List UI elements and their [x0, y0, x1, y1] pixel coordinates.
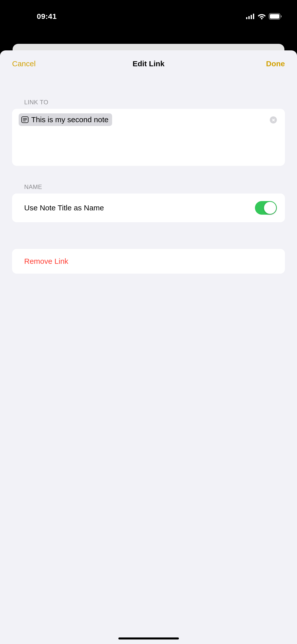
name-section-label: Name — [0, 183, 297, 194]
remove-link-label: Remove Link — [24, 257, 273, 266]
svg-rect-2 — [251, 15, 252, 19]
cancel-button[interactable]: Cancel — [12, 59, 36, 68]
status-indicators — [246, 13, 282, 20]
sheet-header: Cancel Edit Link Done — [0, 50, 297, 76]
cellular-icon — [246, 14, 255, 19]
sheet-title: Edit Link — [133, 59, 164, 68]
use-note-title-row: Use Note Title as Name — [12, 194, 285, 222]
linked-note-token[interactable]: This is my second note — [19, 113, 112, 126]
svg-rect-1 — [248, 16, 250, 19]
edit-link-sheet: Cancel Edit Link Done Link To This is my… — [0, 50, 297, 644]
svg-rect-7 — [281, 15, 282, 17]
note-icon — [21, 116, 29, 123]
status-time: 09:41 — [15, 12, 57, 21]
wifi-icon — [258, 13, 266, 19]
use-note-title-label: Use Note Title as Name — [24, 204, 104, 212]
linkto-field[interactable]: This is my second note — [12, 109, 285, 166]
svg-rect-6 — [270, 14, 279, 19]
linked-note-title: This is my second note — [31, 115, 109, 124]
linkto-section-label: Link To — [0, 99, 297, 109]
remove-link-button[interactable]: Remove Link — [12, 249, 285, 274]
svg-point-4 — [261, 18, 262, 19]
svg-rect-3 — [253, 14, 254, 19]
status-bar: 09:41 — [0, 0, 297, 43]
use-note-title-toggle[interactable] — [255, 201, 277, 215]
home-indicator[interactable] — [118, 637, 179, 639]
svg-rect-0 — [246, 17, 247, 19]
name-card: Use Note Title as Name — [12, 194, 285, 222]
clear-icon[interactable] — [270, 116, 277, 123]
switch-knob — [264, 202, 276, 214]
done-button[interactable]: Done — [266, 59, 285, 68]
battery-icon — [269, 13, 282, 20]
